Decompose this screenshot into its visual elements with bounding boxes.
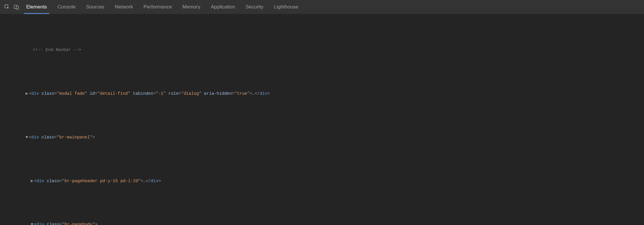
expand-caret-icon[interactable]: ▶ (25, 91, 29, 97)
dom-node-div-mainpanel[interactable]: ▼<div class="br-mainpanel"> (0, 128, 644, 147)
inspect-element-icon[interactable] (2, 0, 12, 14)
tab-memory[interactable]: Memory (177, 0, 205, 14)
svg-rect-2 (16, 6, 19, 9)
dom-node-comment[interactable]: <!-- End Navbar --> (0, 41, 644, 59)
dom-node-div-pagebody[interactable]: ▼<div class="br-pagebody"> (0, 215, 644, 225)
comment-text: <!-- End Navbar --> (33, 48, 81, 52)
tab-label: Security (246, 4, 263, 10)
devtools-tabbar: Elements Console Sources Network Perform… (0, 0, 644, 14)
collapse-caret-icon[interactable]: ▼ (30, 222, 34, 225)
tab-label: Console (57, 4, 76, 10)
dom-node-div-pageheader[interactable]: ▶<div class="br-pageheader pd-y-15 pd-l-… (0, 172, 644, 190)
tab-label: Application (211, 4, 235, 10)
tab-label: Performance (144, 4, 172, 10)
tab-elements[interactable]: Elements (21, 0, 52, 14)
expand-caret-icon[interactable]: ▶ (30, 178, 34, 184)
collapse-caret-icon[interactable]: ▼ (25, 134, 29, 140)
tab-console[interactable]: Console (52, 0, 81, 14)
tab-label: Sources (86, 4, 104, 10)
tab-label: Memory (182, 4, 200, 10)
device-toolbar-icon[interactable] (12, 0, 21, 14)
tab-lighthouse[interactable]: Lighthouse (269, 0, 303, 14)
tab-label: Lighthouse (274, 4, 298, 10)
tab-performance[interactable]: Performance (138, 0, 177, 14)
tab-sources[interactable]: Sources (81, 0, 109, 14)
tab-application[interactable]: Application (206, 0, 240, 14)
tab-security[interactable]: Security (240, 0, 269, 14)
dom-node-div-modal[interactable]: ▶<div class="modal fade" id="detail-find… (0, 84, 644, 103)
tab-label: Elements (26, 4, 47, 10)
elements-dom-tree[interactable]: <!-- End Navbar --> ▶<div class="modal f… (0, 14, 644, 225)
tab-label: Network (115, 4, 133, 10)
tab-network[interactable]: Network (110, 0, 138, 14)
